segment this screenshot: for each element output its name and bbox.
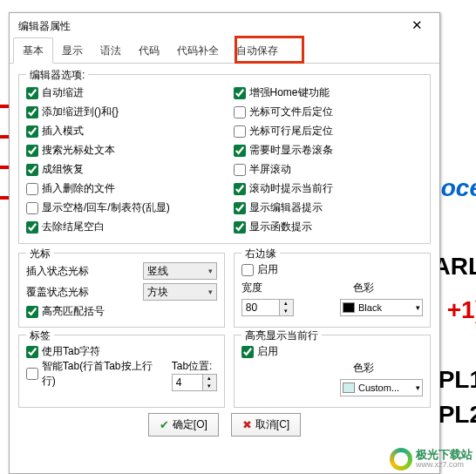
insert-cursor-label: 插入状态光标: [26, 264, 138, 279]
option-label: 显示函数提示: [249, 220, 312, 234]
chevron-down-icon: ▾: [208, 267, 213, 275]
option-label: 插入模式: [42, 124, 84, 139]
watermark-url: www.xz7.com: [416, 461, 473, 470]
option-checkbox[interactable]: 插入删除的文件: [26, 181, 216, 196]
group-title: 光标: [26, 247, 54, 261]
highlight-line-color-select[interactable]: Custom... ▾: [340, 379, 423, 396]
option-label: 光标可行尾后定位: [249, 124, 333, 139]
tab-code[interactable]: 代码: [130, 38, 168, 63]
option-checkbox[interactable]: 半屏滚动: [234, 162, 424, 177]
option-label: 滚动时提示当前行: [249, 181, 333, 196]
watermark: 极光下载站 www.xz7.com: [390, 448, 473, 471]
option-checkbox[interactable]: 需要时显示卷滚条: [234, 143, 424, 158]
option-checkbox[interactable]: 添加缩进到()和{}: [26, 105, 216, 119]
overwrite-cursor-label: 覆盖状态光标: [26, 285, 138, 300]
group-title: 标签: [26, 328, 54, 343]
option-checkbox[interactable]: 显示编辑器提示: [234, 200, 424, 215]
check-icon: ✔: [160, 418, 169, 431]
option-label: 增强Home键功能: [249, 85, 330, 100]
tab-pos-spinner[interactable]: 4 ▴▾: [172, 374, 217, 391]
color-label: 色彩: [353, 361, 374, 376]
option-checkbox[interactable]: 去除结尾空白: [26, 220, 216, 234]
group-cursor: 光标 插入状态光标 竖线▾ 覆盖状态光标 方块▾ 高亮匹配括号: [18, 253, 225, 328]
tab-autosave[interactable]: 自动保存: [228, 38, 287, 63]
right-margin-color-select[interactable]: Black ▾: [340, 299, 423, 316]
group-tabs: 标签 使用Tab字符 智能Tab(行首Tab按上行行) Tab位置: 4 ▴▾: [18, 335, 225, 408]
option-checkbox[interactable]: 增强Home键功能: [234, 85, 424, 100]
tab-bar: 基本 显示 语法 代码 代码补全 自动保存: [10, 39, 439, 64]
spinner-down-icon[interactable]: ▾: [203, 383, 216, 390]
spinner-up-icon[interactable]: ▴: [280, 300, 293, 308]
color-swatch-icon: [343, 302, 355, 313]
highlight-line-enable-checkbox[interactable]: 启用: [241, 344, 423, 359]
smart-tab-checkbox[interactable]: 智能Tab(行首Tab按上行行): [26, 359, 165, 389]
width-label: 宽度: [241, 281, 262, 295]
spinner-down-icon[interactable]: ▾: [280, 308, 293, 315]
group-editor-options: 编辑器选项: 自动缩进添加缩进到()和{}插入模式搜索光标处文本成组恢复插入删除…: [18, 74, 431, 244]
option-label: 需要时显示卷滚条: [249, 143, 333, 158]
chevron-down-icon: ▾: [208, 288, 213, 296]
close-icon[interactable]: ✕: [399, 15, 434, 37]
option-checkbox[interactable]: 搜索光标处文本: [26, 143, 216, 158]
option-label: 光标可文件后定位: [249, 105, 333, 119]
tab-code-completion[interactable]: 代码补全: [168, 38, 228, 63]
option-checkbox[interactable]: 光标可行尾后定位: [234, 124, 424, 139]
titlebar: 编辑器属性 ✕: [10, 13, 439, 39]
cancel-button[interactable]: ✖ 取消[C]: [231, 413, 301, 437]
option-label: 成组恢复: [42, 162, 84, 177]
tab-display[interactable]: 显示: [53, 38, 92, 63]
option-checkbox[interactable]: 显示函数提示: [234, 220, 424, 234]
option-label: 自动缩进: [42, 85, 84, 100]
tab-pos-label: Tab位置:: [172, 359, 217, 374]
option-label: 添加缩进到()和{}: [42, 105, 119, 119]
bg-text: PL2: [439, 401, 476, 429]
color-label: 色彩: [353, 281, 374, 295]
group-title: 编辑器选项:: [26, 68, 88, 83]
right-margin-enable-checkbox[interactable]: 启用: [241, 262, 423, 277]
option-checkbox[interactable]: 插入模式: [26, 124, 216, 139]
group-title: 高亮显示当前行: [241, 328, 322, 343]
dialog-title: 编辑器属性: [18, 19, 399, 34]
option-label: 半屏滚动: [249, 162, 291, 177]
option-label: 搜索光标处文本: [42, 143, 115, 158]
width-spinner[interactable]: 80 ▴▾: [241, 299, 294, 316]
bg-text: +1): [447, 296, 476, 324]
bg-text: oce: [441, 174, 476, 202]
tab-syntax[interactable]: 语法: [92, 38, 130, 63]
chevron-down-icon: ▾: [416, 383, 420, 392]
option-checkbox[interactable]: 成组恢复: [26, 162, 216, 177]
option-checkbox[interactable]: 自动缩进: [26, 85, 216, 100]
use-tab-checkbox[interactable]: 使用Tab字符: [26, 344, 217, 359]
spinner-up-icon[interactable]: ▴: [203, 375, 216, 383]
option-label: 插入删除的文件: [42, 181, 115, 196]
highlight-match-checkbox[interactable]: 高亮匹配括号: [26, 304, 217, 319]
option-label: 显示编辑器提示: [249, 200, 323, 215]
bg-text: PL1: [439, 366, 476, 394]
cross-icon: ✖: [242, 418, 252, 431]
ok-button[interactable]: ✔ 确定[O]: [148, 413, 219, 437]
tab-basic[interactable]: 基本: [13, 37, 53, 64]
option-checkbox[interactable]: 显示空格/回车/制表符(乱显): [26, 200, 216, 215]
overwrite-cursor-select[interactable]: 方块▾: [143, 283, 217, 301]
group-highlight-line: 高亮显示当前行 启用 色彩 Custom... ▾: [234, 335, 431, 408]
editor-properties-dialog: 编辑器属性 ✕ 基本 显示 语法 代码 代码补全 自动保存 编辑器选项: 自动缩…: [9, 12, 440, 474]
option-label: 去除结尾空白: [42, 220, 105, 234]
watermark-name: 极光下载站: [416, 449, 473, 461]
option-checkbox[interactable]: 滚动时提示当前行: [234, 181, 424, 196]
color-swatch-icon: [343, 383, 355, 393]
group-title: 右边缘: [241, 247, 280, 261]
option-label: 显示空格/回车/制表符(乱显): [42, 200, 170, 215]
group-right-margin: 右边缘 启用 宽度 色彩 80 ▴▾: [234, 253, 431, 328]
insert-cursor-select[interactable]: 竖线▾: [143, 262, 217, 280]
chevron-down-icon: ▾: [416, 303, 420, 312]
option-checkbox[interactable]: 光标可文件后定位: [234, 105, 424, 119]
watermark-logo-icon: [390, 448, 412, 471]
